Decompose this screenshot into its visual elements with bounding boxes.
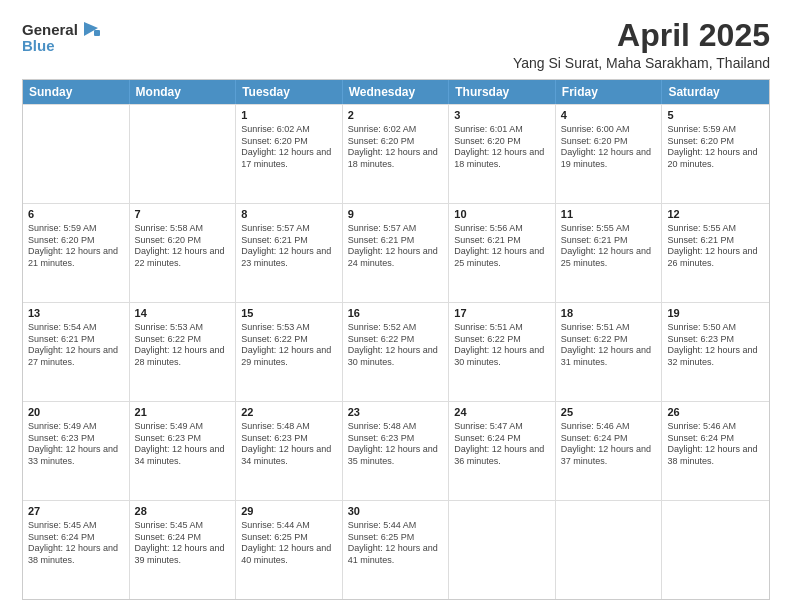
cell-day: 9: [348, 207, 444, 222]
cell-info: Sunrise: 6:02 AMSunset: 6:20 PMDaylight:…: [348, 124, 444, 171]
cell-4-2: 29Sunrise: 5:44 AMSunset: 6:25 PMDayligh…: [236, 501, 343, 599]
cell-day: 3: [454, 108, 550, 123]
cell-info: Sunrise: 5:49 AMSunset: 6:23 PMDaylight:…: [28, 421, 124, 468]
cell-day: 28: [135, 504, 231, 519]
cell-info: Sunrise: 5:54 AMSunset: 6:21 PMDaylight:…: [28, 322, 124, 369]
cell-day: 30: [348, 504, 444, 519]
cell-1-2: 8Sunrise: 5:57 AMSunset: 6:21 PMDaylight…: [236, 204, 343, 302]
calendar-row-3: 20Sunrise: 5:49 AMSunset: 6:23 PMDayligh…: [23, 401, 769, 500]
cell-info: Sunrise: 5:44 AMSunset: 6:25 PMDaylight:…: [348, 520, 444, 567]
header-saturday: Saturday: [662, 80, 769, 104]
cell-day: 12: [667, 207, 764, 222]
month-title: April 2025: [513, 18, 770, 53]
cell-day: 10: [454, 207, 550, 222]
cell-day: 26: [667, 405, 764, 420]
cell-info: Sunrise: 5:58 AMSunset: 6:20 PMDaylight:…: [135, 223, 231, 270]
cell-day: 23: [348, 405, 444, 420]
svg-rect-1: [94, 30, 100, 36]
cell-info: Sunrise: 5:45 AMSunset: 6:24 PMDaylight:…: [28, 520, 124, 567]
cell-0-2: 1Sunrise: 6:02 AMSunset: 6:20 PMDaylight…: [236, 105, 343, 203]
cell-day: 29: [241, 504, 337, 519]
cell-4-6: [662, 501, 769, 599]
cell-day: 20: [28, 405, 124, 420]
calendar-row-1: 6Sunrise: 5:59 AMSunset: 6:20 PMDaylight…: [23, 203, 769, 302]
cell-day: 11: [561, 207, 657, 222]
cell-day: 17: [454, 306, 550, 321]
cell-day: 25: [561, 405, 657, 420]
cell-info: Sunrise: 6:01 AMSunset: 6:20 PMDaylight:…: [454, 124, 550, 171]
cell-0-3: 2Sunrise: 6:02 AMSunset: 6:20 PMDaylight…: [343, 105, 450, 203]
cell-4-0: 27Sunrise: 5:45 AMSunset: 6:24 PMDayligh…: [23, 501, 130, 599]
cell-1-4: 10Sunrise: 5:56 AMSunset: 6:21 PMDayligh…: [449, 204, 556, 302]
cell-2-6: 19Sunrise: 5:50 AMSunset: 6:23 PMDayligh…: [662, 303, 769, 401]
cell-day: 4: [561, 108, 657, 123]
page: General Blue April 2025 Yang Si Surat, M…: [0, 0, 792, 612]
cell-1-0: 6Sunrise: 5:59 AMSunset: 6:20 PMDaylight…: [23, 204, 130, 302]
cell-4-5: [556, 501, 663, 599]
cell-info: Sunrise: 5:50 AMSunset: 6:23 PMDaylight:…: [667, 322, 764, 369]
location-title: Yang Si Surat, Maha Sarakham, Thailand: [513, 55, 770, 71]
cell-info: Sunrise: 5:52 AMSunset: 6:22 PMDaylight:…: [348, 322, 444, 369]
cell-1-1: 7Sunrise: 5:58 AMSunset: 6:20 PMDaylight…: [130, 204, 237, 302]
cell-day: 1: [241, 108, 337, 123]
calendar-row-2: 13Sunrise: 5:54 AMSunset: 6:21 PMDayligh…: [23, 302, 769, 401]
cell-3-0: 20Sunrise: 5:49 AMSunset: 6:23 PMDayligh…: [23, 402, 130, 500]
cell-info: Sunrise: 5:59 AMSunset: 6:20 PMDaylight:…: [28, 223, 124, 270]
cell-day: 19: [667, 306, 764, 321]
cell-info: Sunrise: 5:46 AMSunset: 6:24 PMDaylight:…: [667, 421, 764, 468]
cell-day: 16: [348, 306, 444, 321]
cell-3-4: 24Sunrise: 5:47 AMSunset: 6:24 PMDayligh…: [449, 402, 556, 500]
cell-4-4: [449, 501, 556, 599]
header-thursday: Thursday: [449, 80, 556, 104]
cell-info: Sunrise: 5:51 AMSunset: 6:22 PMDaylight:…: [454, 322, 550, 369]
cell-3-6: 26Sunrise: 5:46 AMSunset: 6:24 PMDayligh…: [662, 402, 769, 500]
cell-2-4: 17Sunrise: 5:51 AMSunset: 6:22 PMDayligh…: [449, 303, 556, 401]
logo-general: General: [22, 21, 78, 38]
calendar-body: 1Sunrise: 6:02 AMSunset: 6:20 PMDaylight…: [23, 104, 769, 599]
cell-info: Sunrise: 5:53 AMSunset: 6:22 PMDaylight:…: [241, 322, 337, 369]
header-tuesday: Tuesday: [236, 80, 343, 104]
cell-2-1: 14Sunrise: 5:53 AMSunset: 6:22 PMDayligh…: [130, 303, 237, 401]
cell-1-6: 12Sunrise: 5:55 AMSunset: 6:21 PMDayligh…: [662, 204, 769, 302]
cell-2-3: 16Sunrise: 5:52 AMSunset: 6:22 PMDayligh…: [343, 303, 450, 401]
cell-1-5: 11Sunrise: 5:55 AMSunset: 6:21 PMDayligh…: [556, 204, 663, 302]
cell-info: Sunrise: 5:48 AMSunset: 6:23 PMDaylight:…: [348, 421, 444, 468]
cell-day: 27: [28, 504, 124, 519]
cell-day: 24: [454, 405, 550, 420]
cell-info: Sunrise: 5:46 AMSunset: 6:24 PMDaylight:…: [561, 421, 657, 468]
cell-day: 14: [135, 306, 231, 321]
cell-info: Sunrise: 5:53 AMSunset: 6:22 PMDaylight:…: [135, 322, 231, 369]
cell-2-2: 15Sunrise: 5:53 AMSunset: 6:22 PMDayligh…: [236, 303, 343, 401]
header-wednesday: Wednesday: [343, 80, 450, 104]
cell-info: Sunrise: 5:51 AMSunset: 6:22 PMDaylight:…: [561, 322, 657, 369]
cell-4-1: 28Sunrise: 5:45 AMSunset: 6:24 PMDayligh…: [130, 501, 237, 599]
header-sunday: Sunday: [23, 80, 130, 104]
cell-0-5: 4Sunrise: 6:00 AMSunset: 6:20 PMDaylight…: [556, 105, 663, 203]
cell-info: Sunrise: 6:02 AMSunset: 6:20 PMDaylight:…: [241, 124, 337, 171]
cell-info: Sunrise: 5:59 AMSunset: 6:20 PMDaylight:…: [667, 124, 764, 171]
cell-day: 18: [561, 306, 657, 321]
cell-3-5: 25Sunrise: 5:46 AMSunset: 6:24 PMDayligh…: [556, 402, 663, 500]
cell-3-1: 21Sunrise: 5:49 AMSunset: 6:23 PMDayligh…: [130, 402, 237, 500]
logo-icon: [80, 18, 102, 40]
cell-info: Sunrise: 5:57 AMSunset: 6:21 PMDaylight:…: [241, 223, 337, 270]
cell-day: 8: [241, 207, 337, 222]
cell-info: Sunrise: 5:45 AMSunset: 6:24 PMDaylight:…: [135, 520, 231, 567]
calendar-row-0: 1Sunrise: 6:02 AMSunset: 6:20 PMDaylight…: [23, 104, 769, 203]
cell-day: 2: [348, 108, 444, 123]
cell-info: Sunrise: 5:48 AMSunset: 6:23 PMDaylight:…: [241, 421, 337, 468]
cell-info: Sunrise: 5:55 AMSunset: 6:21 PMDaylight:…: [561, 223, 657, 270]
cell-day: 13: [28, 306, 124, 321]
cell-day: 21: [135, 405, 231, 420]
cell-0-6: 5Sunrise: 5:59 AMSunset: 6:20 PMDaylight…: [662, 105, 769, 203]
logo: General Blue: [22, 18, 102, 54]
header-friday: Friday: [556, 80, 663, 104]
cell-3-2: 22Sunrise: 5:48 AMSunset: 6:23 PMDayligh…: [236, 402, 343, 500]
cell-day: 7: [135, 207, 231, 222]
cell-0-1: [130, 105, 237, 203]
cell-day: 15: [241, 306, 337, 321]
cell-info: Sunrise: 5:49 AMSunset: 6:23 PMDaylight:…: [135, 421, 231, 468]
cell-info: Sunrise: 5:55 AMSunset: 6:21 PMDaylight:…: [667, 223, 764, 270]
cell-day: 22: [241, 405, 337, 420]
cell-info: Sunrise: 5:57 AMSunset: 6:21 PMDaylight:…: [348, 223, 444, 270]
